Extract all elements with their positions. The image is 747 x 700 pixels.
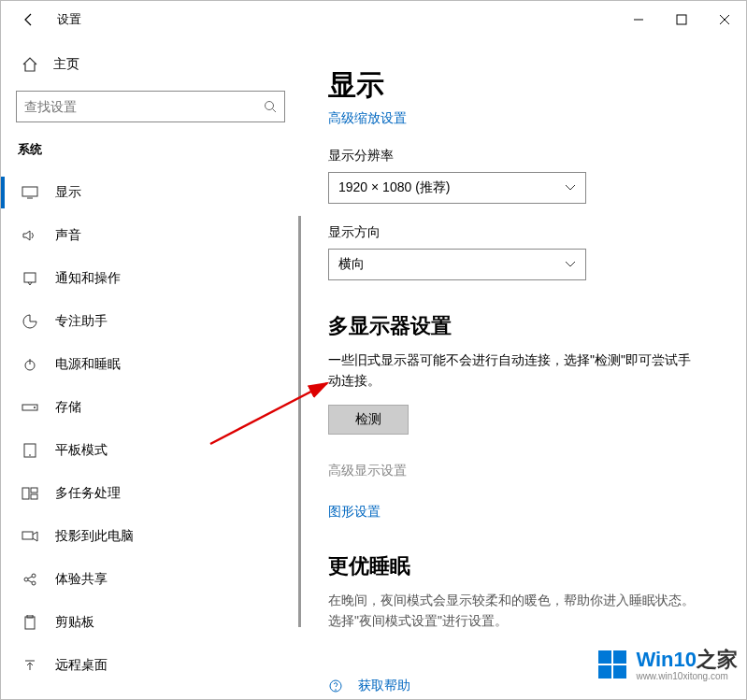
svg-line-5 bbox=[273, 109, 277, 113]
nav-clipboard[interactable]: 剪贴板 bbox=[16, 601, 285, 644]
graphics-settings-link[interactable]: 图形设置 bbox=[328, 504, 381, 521]
svg-point-12 bbox=[34, 407, 36, 408]
close-icon bbox=[719, 14, 730, 25]
maximize-icon bbox=[676, 14, 687, 25]
nav-storage[interactable]: 存储 bbox=[16, 386, 285, 429]
windows-logo-icon bbox=[598, 650, 626, 679]
storage-icon bbox=[22, 402, 38, 413]
svg-rect-1 bbox=[677, 15, 686, 24]
share-icon bbox=[22, 572, 38, 587]
back-button[interactable] bbox=[10, 1, 48, 38]
nav-label: 平板模式 bbox=[55, 442, 108, 459]
multi-display-heading: 多显示器设置 bbox=[328, 312, 718, 340]
nav-label: 电源和睡眠 bbox=[55, 356, 121, 373]
nav-label: 声音 bbox=[55, 227, 81, 244]
svg-rect-8 bbox=[24, 273, 36, 282]
multi-display-desc: 一些旧式显示器可能不会进行自动连接，选择"检测"即可尝试手动连接。 bbox=[328, 350, 702, 392]
svg-rect-18 bbox=[22, 532, 33, 539]
svg-point-20 bbox=[32, 574, 36, 578]
nav-power[interactable]: 电源和睡眠 bbox=[16, 343, 285, 386]
page-heading: 显示 bbox=[328, 66, 718, 105]
nav-label: 剪贴板 bbox=[55, 614, 94, 631]
remote-icon bbox=[22, 658, 38, 673]
svg-point-27 bbox=[335, 689, 337, 691]
sleep-desc: 在晚间，夜间模式会显示较柔和的暖色，帮助你进入睡眠状态。 选择"夜间模式设置"进… bbox=[328, 590, 702, 632]
nav-remote[interactable]: 远程桌面 bbox=[16, 644, 285, 687]
svg-line-23 bbox=[28, 580, 32, 582]
orientation-dropdown[interactable]: 横向 bbox=[328, 249, 586, 280]
nav-focus[interactable]: 专注助手 bbox=[16, 300, 285, 343]
nav-list: 显示 声音 通知和操作 专注助手 电源和睡眠 bbox=[16, 171, 285, 687]
multitask-icon bbox=[22, 487, 38, 500]
svg-rect-6 bbox=[22, 187, 37, 196]
focus-icon bbox=[22, 314, 38, 329]
help-label: 获取帮助 bbox=[358, 678, 410, 694]
nav-label: 投影到此电脑 bbox=[55, 528, 134, 545]
sidebar: 主页 系统 显示 声音 通知和操作 bbox=[1, 38, 300, 699]
search-icon bbox=[264, 100, 277, 113]
nav-label: 体验共享 bbox=[55, 571, 108, 588]
minimize-button[interactable] bbox=[617, 1, 660, 38]
home-label: 主页 bbox=[53, 56, 79, 73]
maximize-button[interactable] bbox=[660, 1, 703, 38]
sleep-heading: 更优睡眠 bbox=[328, 552, 718, 580]
svg-rect-16 bbox=[31, 488, 37, 493]
nav-label: 远程桌面 bbox=[55, 657, 108, 674]
clipboard-icon bbox=[22, 615, 38, 630]
watermark-brand-b: 之家 bbox=[697, 648, 738, 671]
project-icon bbox=[22, 530, 38, 543]
nav-notifications[interactable]: 通知和操作 bbox=[16, 257, 285, 300]
nav-shared[interactable]: 体验共享 bbox=[16, 558, 285, 601]
nav-display[interactable]: 显示 bbox=[16, 171, 285, 214]
display-icon bbox=[22, 186, 38, 199]
svg-rect-15 bbox=[22, 488, 29, 499]
nav-tablet[interactable]: 平板模式 bbox=[16, 429, 285, 472]
nav-label: 存储 bbox=[55, 399, 81, 416]
svg-point-21 bbox=[32, 581, 36, 585]
minimize-icon bbox=[633, 14, 644, 25]
chevron-down-icon bbox=[565, 261, 576, 268]
resolution-value: 1920 × 1080 (推荐) bbox=[338, 179, 450, 196]
search-field[interactable] bbox=[24, 99, 264, 114]
titlebar: 设置 bbox=[1, 1, 746, 38]
svg-point-4 bbox=[266, 102, 274, 110]
nav-label: 显示 bbox=[55, 184, 81, 201]
home-button[interactable]: 主页 bbox=[16, 46, 285, 83]
nav-project[interactable]: 投影到此电脑 bbox=[16, 515, 285, 558]
nav-multitask[interactable]: 多任务处理 bbox=[16, 472, 285, 515]
window-title: 设置 bbox=[57, 11, 81, 28]
resolution-label: 显示分辨率 bbox=[328, 148, 718, 164]
svg-rect-17 bbox=[31, 494, 37, 499]
search-input[interactable] bbox=[16, 91, 285, 122]
advanced-display-settings[interactable]: 高级显示设置 bbox=[328, 463, 718, 479]
resolution-dropdown[interactable]: 1920 × 1080 (推荐) bbox=[328, 172, 586, 204]
detect-button[interactable]: 检测 bbox=[328, 405, 409, 435]
tablet-icon bbox=[22, 443, 38, 458]
sound-icon bbox=[22, 229, 38, 242]
arrow-left-icon bbox=[22, 12, 36, 27]
watermark-url: www.win10xitong.com bbox=[636, 671, 738, 681]
power-icon bbox=[22, 357, 38, 372]
section-label: 系统 bbox=[16, 141, 285, 158]
nav-label: 多任务处理 bbox=[55, 485, 121, 502]
close-button[interactable] bbox=[703, 1, 746, 38]
advanced-scaling-link[interactable]: 高级缩放设置 bbox=[328, 110, 718, 127]
content-area: 显示 高级缩放设置 显示分辨率 1920 × 1080 (推荐) 显示方向 横向… bbox=[300, 38, 746, 699]
home-icon bbox=[22, 56, 38, 73]
nav-label: 通知和操作 bbox=[55, 270, 121, 287]
watermark: Win10之家 www.win10xitong.com bbox=[598, 649, 738, 681]
svg-line-22 bbox=[28, 577, 32, 579]
orientation-value: 横向 bbox=[338, 256, 365, 273]
notification-icon bbox=[22, 271, 38, 286]
orientation-label: 显示方向 bbox=[328, 224, 718, 241]
chevron-down-icon bbox=[565, 184, 576, 192]
svg-point-19 bbox=[24, 578, 28, 581]
svg-rect-24 bbox=[25, 617, 35, 629]
nav-label: 专注助手 bbox=[55, 313, 108, 330]
nav-sound[interactable]: 声音 bbox=[16, 214, 285, 257]
help-icon bbox=[328, 679, 345, 693]
watermark-brand-a: Win10 bbox=[636, 648, 697, 671]
